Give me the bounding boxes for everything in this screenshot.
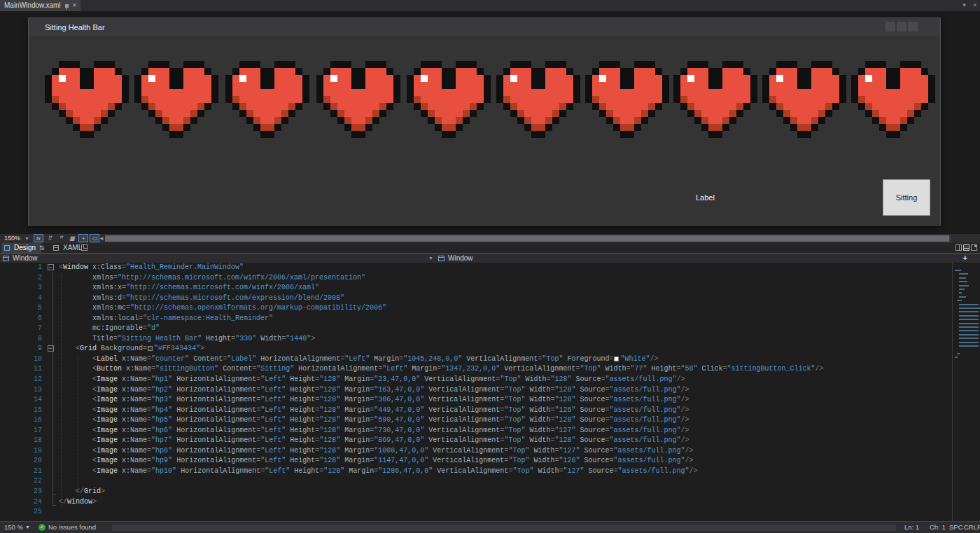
editor-hscrollbar-thumb[interactable]	[112, 525, 896, 531]
snapping-icon[interactable]: +	[78, 234, 88, 242]
color-swatch[interactable]	[614, 357, 619, 361]
designer-zoom-value[interactable]: 150%	[4, 234, 20, 243]
fold-column	[42, 303, 59, 314]
heart-image-hp3[interactable]	[225, 61, 309, 138]
expand-pane-icon[interactable]	[81, 244, 88, 251]
heart-image-hp4[interactable]	[316, 61, 400, 138]
heart-image-hp2[interactable]	[134, 61, 218, 138]
artboard-background-icon[interactable]: ▦	[67, 234, 77, 242]
code-line[interactable]: 22	[0, 476, 980, 487]
heart-image-hp6[interactable]	[496, 61, 580, 138]
minimap-line-mark	[959, 277, 967, 279]
code-line[interactable]: 12 <Image x:Name="hp1" HorizontalAlignme…	[0, 375, 980, 385]
code-line[interactable]: 16 <Image x:Name="hp5" HorizontalAlignme…	[0, 415, 980, 426]
tab-design[interactable]: Design	[1, 243, 41, 253]
code-line[interactable]: 21 <Image x:Name="hp10" HorizontalAlignm…	[0, 466, 980, 477]
fold-column	[42, 415, 59, 426]
code-line[interactable]: 19 <Image x:Name="hp8" HorizontalAlignme…	[0, 446, 980, 457]
popout-pane-icon[interactable]	[971, 244, 977, 251]
heart-image-hp8[interactable]	[673, 61, 757, 138]
fold-column	[42, 426, 59, 436]
code-line[interactable]: 6 xmlns:local="clr-namespace:Health_Remi…	[0, 314, 980, 324]
heart-image-hp1[interactable]	[45, 61, 129, 138]
breadcrumb-window-left[interactable]: Window	[3, 254, 38, 263]
minimap-expand-button[interactable]: +	[963, 254, 967, 263]
code-line[interactable]: 13 <Image x:Name="hp2" HorizontalAlignme…	[0, 385, 980, 396]
show-snap-grid-icon[interactable]: ⠿	[45, 234, 55, 242]
breadcrumb-window-right[interactable]: Window	[438, 254, 473, 263]
no-issues-check-icon: ✓	[38, 524, 46, 531]
code-line[interactable]: 10 <Label x:Name="counter" Content="Labe…	[0, 354, 980, 365]
snap-gridlines-icon[interactable]: ⠛	[56, 234, 66, 242]
swap-panes-icon[interactable]: ⇅	[39, 243, 45, 253]
fold-column	[42, 324, 59, 334]
minimap-line-mark	[957, 300, 962, 301]
code-line[interactable]: 11 <Button x:Name="sittingButton" Conten…	[0, 364, 980, 375]
code-line[interactable]: 8 Title="Sitting Health Bar" Height="330…	[0, 334, 980, 345]
editor-status-bar: 150 % ▼ ✓ No issues found Ln: 1 Ch: 1 SP…	[0, 521, 980, 533]
status-spaces: SPC	[949, 522, 963, 533]
minimap-line-mark	[959, 285, 969, 286]
breadcrumb-caret-icon[interactable]: ▼	[428, 254, 433, 263]
minimap-line-mark	[959, 319, 979, 320]
xaml-view-icon	[53, 245, 59, 251]
code-line[interactable]: 4 xmlns:d="http://schemas.microsoft.com/…	[0, 293, 980, 304]
code-line[interactable]: 5 xmlns:mc="http://schemas.openxmlformat…	[0, 303, 980, 314]
designer-hscrollbar-thumb[interactable]	[105, 235, 949, 242]
line-number: 18	[0, 436, 42, 446]
ruler-icon[interactable]: ▭	[90, 234, 99, 242]
xaml-code-editor[interactable]: 1−<Window x:Class="Health_Reminder.MainW…	[0, 263, 980, 521]
designer-hscrollbar-track[interactable]	[105, 235, 951, 242]
element-breadcrumb-bar: Window ▼ Window +	[0, 253, 980, 263]
effects-icon[interactable]: fx	[34, 234, 43, 242]
minimap[interactable]	[952, 263, 980, 521]
line-number: 14	[0, 395, 42, 406]
editor-zoom-caret-icon[interactable]: ▼	[25, 522, 30, 533]
close-button[interactable]	[908, 22, 918, 32]
code-line[interactable]: 7 mc:Ignorable="d"	[0, 324, 980, 334]
zoom-caret-icon[interactable]: ▼	[24, 234, 29, 243]
pin-icon[interactable]	[65, 4, 69, 8]
code-line[interactable]: 1−<Window x:Class="Health_Reminder.MainW…	[0, 263, 980, 273]
heart-image-hp7[interactable]	[585, 61, 669, 138]
editor-zoom-value[interactable]: 150 %	[4, 522, 23, 533]
maximize-button[interactable]	[897, 22, 906, 32]
minimap-line-mark	[959, 292, 962, 293]
tab-options-icon[interactable]: ✕	[972, 1, 977, 11]
tab-mainwindow-xaml[interactable]: MainWindow.xaml ×	[0, 0, 80, 11]
scroll-left-icon[interactable]: ◄	[99, 234, 104, 243]
issues-status-text[interactable]: No issues found	[48, 522, 96, 533]
horizontal-split-icon[interactable]	[963, 244, 969, 251]
color-swatch[interactable]	[148, 346, 153, 351]
line-number: 10	[0, 354, 42, 365]
fold-collapse-icon[interactable]: −	[48, 264, 54, 270]
code-line[interactable]: 24</Window>	[0, 497, 980, 508]
counter-label[interactable]: Label	[696, 193, 715, 202]
code-line[interactable]: 20 <Image x:Name="hp9" HorizontalAlignme…	[0, 456, 980, 466]
design-window-preview[interactable]: Sitting Health Bar Label Sitting	[28, 18, 941, 226]
fold-column[interactable]: −	[42, 344, 59, 354]
fold-column	[42, 283, 59, 293]
heart-image-hp9[interactable]	[762, 61, 846, 138]
vertical-split-icon[interactable]	[955, 244, 962, 251]
code-line[interactable]: 15 <Image x:Name="hp4" HorizontalAlignme…	[0, 406, 980, 416]
code-line[interactable]: 2 xmlns="http://schemas.microsoft.com/wi…	[0, 273, 980, 284]
designer-artboard[interactable]: Sitting Health Bar Label Sitting	[0, 11, 980, 234]
line-number: 17	[0, 426, 42, 436]
close-icon[interactable]: ×	[73, 2, 77, 9]
code-line[interactable]: 25	[0, 507, 980, 518]
window-list-caret-icon[interactable]: ▼	[961, 1, 967, 11]
fold-column[interactable]: −	[42, 263, 59, 273]
heart-image-hp10[interactable]	[851, 61, 935, 138]
code-line[interactable]: 18 <Image x:Name="hp7" HorizontalAlignme…	[0, 436, 980, 446]
code-line[interactable]: 9− <Grid Background="#FF343434">	[0, 344, 980, 354]
sitting-button[interactable]: Sitting	[883, 179, 930, 216]
code-line[interactable]: 17 <Image x:Name="hp6" HorizontalAlignme…	[0, 426, 980, 436]
minimize-button[interactable]	[886, 22, 895, 32]
code-line[interactable]: 23 </Grid>	[0, 487, 980, 497]
code-line[interactable]: 14 <Image x:Name="hp3" HorizontalAlignme…	[0, 395, 980, 406]
heart-image-hp5[interactable]	[407, 61, 491, 138]
code-line[interactable]: 3 xmlns:x="http://schemas.microsoft.com/…	[0, 283, 980, 293]
minimap-line-mark	[959, 323, 979, 324]
fold-guide-corner	[52, 494, 56, 495]
